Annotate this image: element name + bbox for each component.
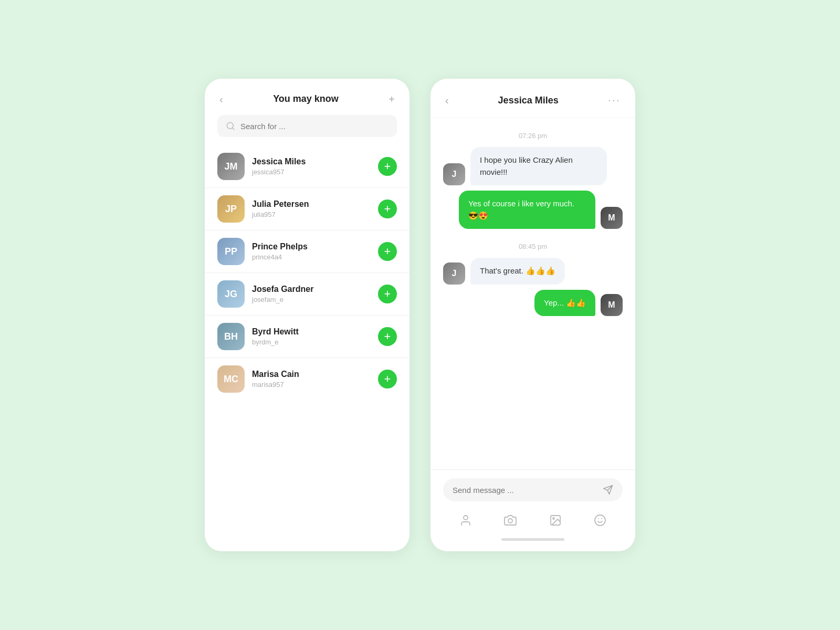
svg-line-1 — [232, 128, 234, 129]
contact-name: Josefa Gardner — [252, 285, 371, 294]
emoji-icon — [594, 514, 606, 527]
contact-username: julia957 — [252, 211, 371, 218]
send-button[interactable] — [603, 485, 613, 495]
contact-username: josefam_e — [252, 296, 371, 303]
contact-username: prince4a4 — [252, 253, 371, 261]
contact-list: JM Jessica Miles jessica957 + JP Julia P… — [205, 145, 410, 551]
image-icon — [549, 514, 562, 527]
contact-name: Julia Petersen — [252, 200, 371, 209]
add-friend-button[interactable]: + — [378, 285, 397, 303]
message-bubble: That's great. 👍👍👍 — [470, 258, 565, 285]
app-container: ‹ You may know + JM Jessica Miles jessic… — [184, 58, 656, 572]
search-icon — [226, 121, 235, 131]
message-avatar: J — [443, 163, 465, 185]
chat-actions — [443, 509, 623, 538]
avatar: BH — [217, 323, 245, 350]
camera-icon — [504, 514, 517, 527]
message-row: M Yes of course i like very much. 😎😍 — [443, 191, 623, 229]
contact-info: Byrd Hewitt byrdm_e — [252, 327, 371, 346]
contact-item: MC Marisa Cain marisa957 + — [205, 358, 410, 400]
avatar: MC — [217, 365, 245, 393]
message-timestamp: 07:26 pm — [443, 132, 623, 140]
add-friend-button[interactable]: + — [378, 157, 397, 176]
message-row: J That's great. 👍👍👍 — [443, 258, 623, 285]
contact-name: Prince Phelps — [252, 242, 371, 251]
message-input[interactable] — [453, 486, 597, 495]
contact-info: Josefa Gardner josefam_e — [252, 285, 371, 303]
avatar: JG — [217, 280, 245, 308]
add-contact-header-button[interactable]: + — [388, 94, 395, 104]
message-avatar: J — [443, 262, 465, 285]
message-bubble: Yes of course i like very much. 😎😍 — [459, 191, 595, 229]
bottom-indicator — [501, 538, 564, 541]
more-options-icon[interactable]: ··· — [608, 93, 621, 107]
contact-item: JG Josefa Gardner josefam_e + — [205, 273, 410, 316]
chat-header: ‹ Jessica Miles ··· — [430, 79, 635, 118]
contact-username: byrdm_e — [252, 338, 371, 346]
contact-info: Jessica Miles jessica957 — [252, 157, 371, 176]
back-button-left[interactable]: ‹ — [219, 94, 223, 104]
send-icon — [603, 485, 613, 495]
contact-item: JP Julia Petersen julia957 + — [205, 188, 410, 230]
message-row: M Yep... 👍👍 — [443, 290, 623, 317]
emoji-action-button[interactable] — [591, 511, 610, 530]
contact-action-button[interactable] — [456, 511, 475, 530]
left-panel: ‹ You may know + JM Jessica Miles jessic… — [205, 79, 410, 551]
avatar: PP — [217, 238, 245, 265]
add-friend-button[interactable]: + — [378, 370, 397, 388]
search-input[interactable] — [240, 122, 388, 131]
contact-info: Marisa Cain marisa957 — [252, 370, 371, 388]
image-action-button[interactable] — [546, 511, 565, 530]
search-bar — [217, 115, 397, 137]
svg-point-5 — [508, 519, 512, 523]
contact-name: Byrd Hewitt — [252, 327, 371, 337]
chat-title: Jessica Miles — [498, 95, 559, 106]
avatar: JM — [217, 153, 245, 180]
svg-point-8 — [595, 515, 605, 526]
left-header: ‹ You may know + — [205, 79, 410, 115]
svg-point-7 — [553, 518, 554, 519]
message-bubble: I hope you like Crazy Alien movie!!! — [470, 147, 607, 185]
contact-info: Prince Phelps prince4a4 — [252, 242, 371, 261]
contact-item: JM Jessica Miles jessica957 + — [205, 145, 410, 188]
message-avatar: M — [601, 294, 623, 316]
message-timestamp: 08:45 pm — [443, 243, 623, 250]
back-button-right[interactable]: ‹ — [445, 95, 449, 106]
svg-point-4 — [464, 516, 468, 520]
avatar: JP — [217, 195, 245, 223]
person-icon — [459, 514, 472, 527]
message-bubble: Yep... 👍👍 — [534, 290, 595, 317]
add-friend-button[interactable]: + — [378, 242, 397, 261]
left-panel-title: You may know — [273, 93, 339, 104]
contact-name: Jessica Miles — [252, 157, 371, 166]
contact-username: jessica957 — [252, 168, 371, 176]
contact-info: Julia Petersen julia957 — [252, 200, 371, 218]
chat-input-area — [430, 469, 635, 551]
chat-body: 07:26 pm J I hope you like Crazy Alien m… — [430, 118, 635, 469]
contact-item: BH Byrd Hewitt byrdm_e + — [205, 316, 410, 358]
message-avatar: M — [601, 207, 623, 229]
contact-item: PP Prince Phelps prince4a4 + — [205, 230, 410, 273]
add-friend-button[interactable]: + — [378, 200, 397, 218]
contact-username: marisa957 — [252, 381, 371, 388]
camera-action-button[interactable] — [501, 511, 520, 530]
add-friend-button[interactable]: + — [378, 327, 397, 346]
message-input-row — [443, 478, 623, 501]
contact-name: Marisa Cain — [252, 370, 371, 379]
right-panel: ‹ Jessica Miles ··· 07:26 pm J I hope yo… — [430, 79, 635, 551]
message-row: J I hope you like Crazy Alien movie!!! — [443, 147, 623, 185]
